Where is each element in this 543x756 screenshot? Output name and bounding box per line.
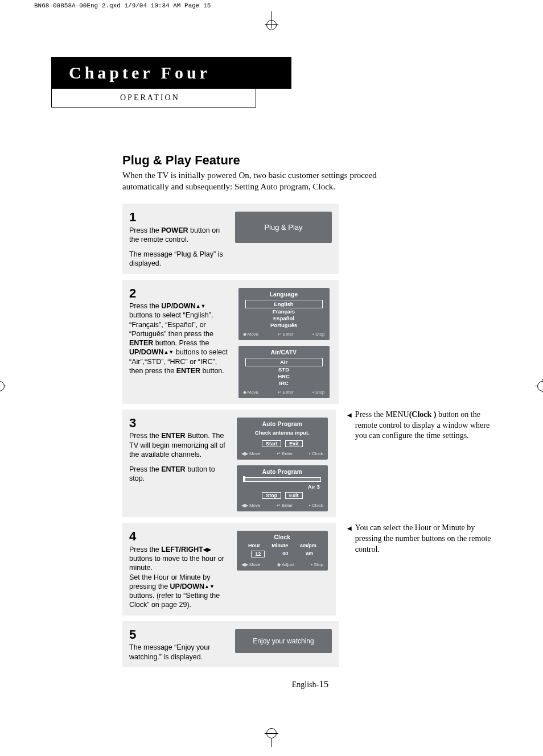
f: ▪ Clock [309, 451, 323, 456]
f: ◆ Move [243, 332, 259, 337]
content-column: Plug & Play Feature When the TV is initi… [122, 153, 498, 690]
step-4-text: 4 Press the LEFT/RIGHT◀▶ buttons to move… [129, 528, 229, 609]
f: ↵ Enter [277, 503, 293, 508]
col: Hour [248, 543, 260, 548]
side-note-hour-minute: You can select the Hour or Minute by pre… [347, 523, 498, 555]
t: The message “Enjoy your watching.” is di… [129, 643, 210, 660]
chapter-title: Chapter Four [51, 57, 291, 89]
power-label: POWER [161, 226, 188, 234]
val: 12 [251, 551, 265, 557]
step-1-row: 1 Press the POWER button on the remote c… [122, 204, 498, 280]
crop-mark-top [0, 11, 543, 34]
step-3: 3 Press the ENTER Button. The TV will be… [122, 410, 336, 518]
f: ↵ Enter [277, 451, 293, 456]
f: ◀▶ Move [241, 451, 261, 456]
crop-mark-bottom [0, 713, 543, 747]
step-1-text: 1 Press the POWER button on the remote c… [129, 209, 228, 268]
val: am [306, 551, 313, 557]
step-4: 4 Press the LEFT/RIGHT◀▶ buttons to move… [122, 523, 336, 615]
osd-btn: Stop [262, 492, 281, 499]
osd-title: Clock [239, 534, 326, 540]
footer-page-number: 15 [319, 679, 328, 689]
osd-enjoy: Enjoy your watching [235, 629, 332, 653]
t: ENTER [129, 339, 153, 347]
t: ENTER [176, 367, 200, 375]
step-3-text: 3 Press the ENTER Button. The TV will be… [129, 415, 229, 512]
osd-selected: Air [245, 358, 323, 366]
osd-language: Language English Français Español Portug… [238, 288, 330, 340]
page-footer: English-15 [122, 679, 498, 690]
col: am/pm [300, 543, 316, 548]
chapter-subtitle: OPERATION [51, 89, 256, 108]
osd-title: Air/CATV [241, 349, 327, 356]
t: ENTER [161, 465, 185, 473]
t: Press the [129, 302, 161, 310]
step-4-screens: Clock Hour Minute am/pm 12 00 am ◀▶ M [236, 528, 329, 609]
feature-title: Plug & Play Feature [122, 153, 498, 168]
feature-intro: When the TV is initially powered On, two… [122, 170, 413, 192]
t: button. Press the [153, 339, 209, 347]
t: The message “Plug & Play” is displayed. [129, 250, 223, 267]
t: LEFT/RIGHT◀▶ [161, 546, 211, 553]
step-2-text: 2 Press the UP/DOWN▲▼ buttons to select … [129, 286, 229, 398]
osd-aircatv: Air/CATV Air STD HRC IRC ◆ Move ↵ Enter … [238, 346, 330, 398]
f: ▪ Stop [312, 390, 324, 395]
t: Press the [129, 226, 161, 234]
osd-autoprogram-check: Auto Program Check antenna input. Start … [237, 418, 328, 460]
f: ▪ Stop [312, 332, 324, 337]
val: 00 [282, 551, 288, 557]
step-5-screens: Enjoy your watching [235, 627, 332, 662]
osd-btn: Exit [285, 440, 303, 447]
t: button. [200, 367, 224, 375]
side-note-menu-clock: Press the MENU(Clock ) button on the rem… [347, 410, 498, 442]
osd-item: Español [241, 315, 327, 322]
step-5-number: 5 [129, 627, 228, 643]
osd-autoprogram-scan: Auto Program Air 3 Stop Exit ◀▶ Move ↵ E… [237, 465, 328, 511]
t: ENTER [161, 432, 185, 440]
osd-selected: English [245, 300, 323, 308]
col: Minute [272, 543, 288, 548]
page-body: Chapter Four OPERATION Plug & Play Featu… [0, 34, 543, 713]
osd-msg: Check antenna input. [239, 429, 326, 436]
step-1-number: 1 [129, 209, 228, 226]
osd-plug-and-play: Plug & Play [235, 212, 332, 243]
step-4-row: 4 Press the LEFT/RIGHT◀▶ buttons to move… [122, 523, 498, 621]
t: Press the [129, 465, 161, 473]
osd-progress [244, 477, 321, 482]
f: ◆ Adjust [277, 562, 294, 567]
osd-title: Auto Program [239, 421, 326, 427]
t: Press the [129, 546, 161, 553]
f: ◆ Move [243, 390, 259, 395]
osd-item: Français [241, 308, 327, 315]
t: UP/DOWN▲▼ [170, 583, 215, 590]
prepress-header: BN68-00858A-00Eng 2.qxd 1/9/04 10:34 AM … [0, 0, 543, 11]
t: buttons. (refer to “Setting the Clock” o… [129, 592, 220, 609]
step-2-row: 2 Press the UP/DOWN▲▼ buttons to select … [122, 280, 498, 410]
f: ↵ Enter [278, 332, 294, 337]
osd-item: HRC [241, 373, 327, 380]
osd-btn: Start [262, 440, 282, 447]
step-2-screens: Language English Français Español Portug… [236, 286, 332, 398]
footer-lang: English- [292, 680, 319, 689]
step-3-row: 3 Press the ENTER Button. The TV will be… [122, 410, 498, 523]
step-5-text: 5 The message “Enjoy your watching.” is … [129, 627, 228, 662]
step-5: 5 The message “Enjoy your watching.” is … [122, 621, 339, 667]
osd-item: Português [241, 322, 327, 329]
step-3-screens: Auto Program Check antenna input. Start … [236, 415, 329, 512]
f: ↵ Enter [278, 390, 294, 395]
osd-item: STD [241, 366, 327, 373]
step-2-number: 2 [129, 286, 229, 302]
f: ▪ Clock [309, 503, 323, 508]
t: Press the [129, 432, 161, 440]
step-3-number: 3 [129, 415, 229, 432]
f: ◀▶ Move [241, 562, 261, 567]
osd-title: Language [241, 291, 327, 298]
t: UP/DOWN▲▼ [129, 348, 174, 356]
osd-btn: Exit [285, 492, 303, 499]
step-1-screens: Plug & Play [235, 209, 332, 268]
step-5-row: 5 The message “Enjoy your watching.” is … [122, 621, 498, 673]
t: buttons to select “English”, “Français”,… [129, 311, 213, 338]
osd-title: Auto Program [239, 469, 326, 475]
step-2: 2 Press the UP/DOWN▲▼ buttons to select … [122, 280, 339, 404]
osd-channel: Air 3 [239, 484, 326, 490]
